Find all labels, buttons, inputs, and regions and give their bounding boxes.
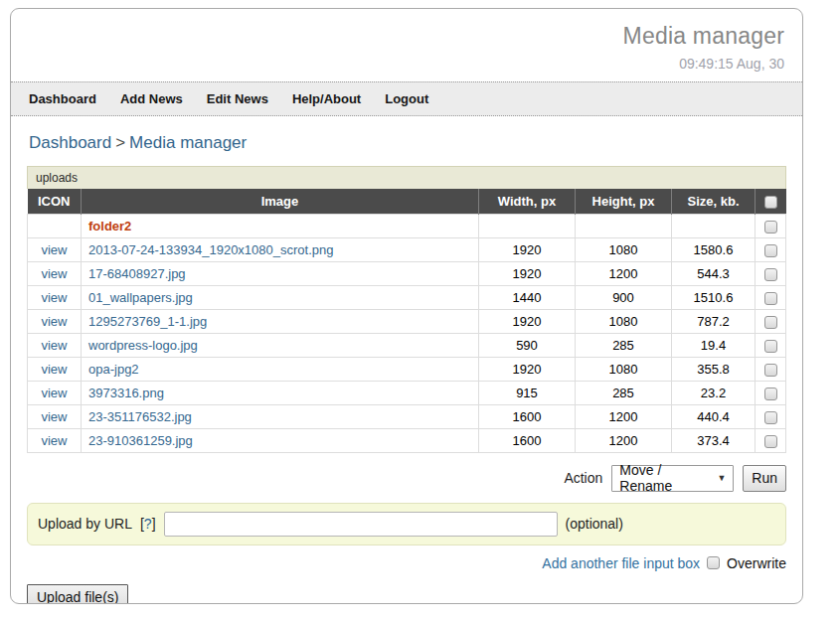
action-label: Action — [564, 470, 602, 486]
table-row: view 01_wallpapers.jpg 1440 900 1510.6 — [28, 285, 786, 309]
file-link[interactable]: 23-910361259.jpg — [88, 433, 193, 448]
height-cell: 1080 — [576, 357, 672, 381]
upload-files-button[interactable]: Upload file(s) — [27, 584, 128, 605]
upload-url-input[interactable] — [164, 512, 558, 537]
add-file-input-link[interactable]: Add another file input box — [542, 555, 700, 571]
file-link[interactable]: 01_wallpapers.jpg — [88, 290, 193, 305]
file-link[interactable]: 2013-07-24-133934_1920x1080_scrot.png — [88, 242, 333, 257]
file-link[interactable]: 1295273769_1-1.jpg — [88, 314, 207, 329]
row-checkbox[interactable] — [764, 340, 777, 353]
upload-by-url-panel: Upload by URL [?] (optional) — [27, 503, 786, 545]
folder-icon-cell — [28, 214, 82, 237]
select-all-checkbox[interactable] — [764, 196, 777, 209]
row-checkbox[interactable] — [764, 364, 777, 377]
file-link[interactable]: 3973316.png — [88, 386, 164, 400]
nav-item-add-news[interactable]: Add News — [120, 91, 183, 106]
table-row: view 2013-07-24-133934_1920x1080_scrot.p… — [28, 237, 786, 261]
table-row: view opa-jpg2 1920 1080 355.8 — [28, 357, 786, 381]
file-link[interactable]: opa-jpg2 — [88, 362, 139, 377]
view-link[interactable]: view — [41, 266, 67, 281]
column-header-icon: ICON — [28, 189, 82, 214]
row-checkbox[interactable] — [764, 292, 777, 305]
upload-url-label: Upload by URL — [38, 516, 132, 532]
column-header-height: Height, px — [576, 189, 672, 214]
view-link[interactable]: view — [41, 409, 67, 424]
view-link[interactable]: view — [41, 314, 67, 329]
nav-item-edit-news[interactable]: Edit News — [207, 91, 268, 106]
view-link[interactable]: view — [41, 242, 67, 257]
size-cell: 440.4 — [672, 404, 756, 428]
height-cell: 1080 — [576, 237, 672, 261]
row-checkbox[interactable] — [764, 411, 777, 424]
help-link[interactable]: ? — [144, 516, 152, 532]
overwrite-checkbox[interactable] — [707, 556, 720, 569]
run-button[interactable]: Run — [743, 465, 786, 492]
column-header-width: Width, px — [479, 189, 576, 214]
view-link[interactable]: view — [41, 386, 67, 400]
view-link[interactable]: view — [41, 290, 67, 305]
uploads-table-wrapper: uploads ICON Image Width, px Height, px … — [27, 166, 786, 453]
folder-link[interactable]: folder2 — [88, 219, 131, 233]
size-cell: 787.2 — [672, 309, 756, 333]
upload-row: Upload file(s) — [27, 584, 786, 605]
width-cell: 1920 — [479, 357, 576, 381]
column-header-image: Image — [82, 189, 479, 214]
height-cell: 1200 — [576, 404, 672, 428]
column-header-select — [756, 189, 786, 214]
width-cell: 1920 — [479, 237, 576, 261]
folder-name-cell: folder2 — [82, 214, 479, 237]
row-checkbox[interactable] — [764, 388, 777, 400]
size-cell: 1510.6 — [672, 285, 756, 309]
width-cell: 1600 — [479, 428, 576, 452]
file-link[interactable]: 23-351176532.jpg — [88, 409, 192, 424]
size-cell: 19.4 — [672, 333, 756, 357]
table-row: view 1295273769_1-1.jpg 1920 1080 787.2 — [28, 309, 786, 333]
width-cell: 590 — [479, 333, 576, 357]
width-cell: 915 — [479, 381, 576, 404]
height-cell: 285 — [576, 333, 672, 357]
breadcrumb: Dashboard>Media manager — [11, 116, 802, 166]
row-checkbox[interactable] — [764, 244, 777, 257]
width-cell: 1440 — [479, 285, 576, 309]
nav-item-logout[interactable]: Logout — [385, 91, 428, 106]
row-checkbox[interactable] — [764, 316, 777, 329]
height-cell: 1200 — [576, 428, 672, 452]
size-cell: 355.8 — [672, 357, 756, 381]
width-cell: 1920 — [479, 309, 576, 333]
nav-item-help-about[interactable]: Help/About — [292, 91, 361, 106]
table-body: folder2 view 2013-07-24-133934_1920x1080… — [28, 214, 786, 452]
action-bar: Action Move / Rename ▼ Run — [27, 465, 786, 492]
row-checkbox[interactable] — [764, 268, 777, 281]
height-cell: 1080 — [576, 309, 672, 333]
page-title: Media manager — [29, 23, 784, 50]
main-nav: Dashboard Add News Edit News Help/About … — [11, 81, 802, 116]
breadcrumb-dashboard-link[interactable]: Dashboard — [29, 133, 111, 152]
page-header: Media manager 09:49:15 Aug, 30 — [11, 9, 802, 81]
action-select[interactable]: Move / Rename ▼ — [611, 465, 734, 492]
action-select-value: Move / Rename — [619, 462, 717, 494]
breadcrumb-current: Media manager — [129, 133, 247, 152]
uploads-table: ICON Image Width, px Height, px Size, kb… — [27, 189, 786, 453]
upload-url-help: [?] — [140, 516, 156, 532]
timestamp: 09:49:15 Aug, 30 — [29, 56, 784, 72]
view-link[interactable]: view — [41, 362, 67, 377]
table-row: view 23-351176532.jpg 1600 1200 440.4 — [28, 404, 786, 428]
view-link[interactable]: view — [41, 338, 67, 353]
breadcrumb-separator: > — [111, 133, 129, 152]
overwrite-label: Overwrite — [727, 555, 786, 571]
nav-item-dashboard[interactable]: Dashboard — [29, 91, 96, 106]
table-row: view wordpress-logo.jpg 590 285 19.4 — [28, 333, 786, 357]
width-cell: 1600 — [479, 404, 576, 428]
view-link[interactable]: view — [41, 433, 67, 448]
table-row: view 17-68408927.jpg 1920 1200 544.3 — [28, 261, 786, 285]
height-cell: 285 — [576, 381, 672, 404]
height-cell: 1200 — [576, 261, 672, 285]
row-checkbox[interactable] — [764, 221, 777, 233]
media-manager-window: Media manager 09:49:15 Aug, 30 Dashboard… — [10, 8, 803, 604]
row-checkbox[interactable] — [764, 435, 777, 448]
folder-row: folder2 — [28, 214, 786, 237]
table-row: view 3973316.png 915 285 23.2 — [28, 381, 786, 404]
file-link[interactable]: 17-68408927.jpg — [88, 266, 186, 281]
file-link[interactable]: wordpress-logo.jpg — [88, 338, 198, 353]
file-input-options-row: Add another file input box Overwrite — [27, 555, 786, 571]
